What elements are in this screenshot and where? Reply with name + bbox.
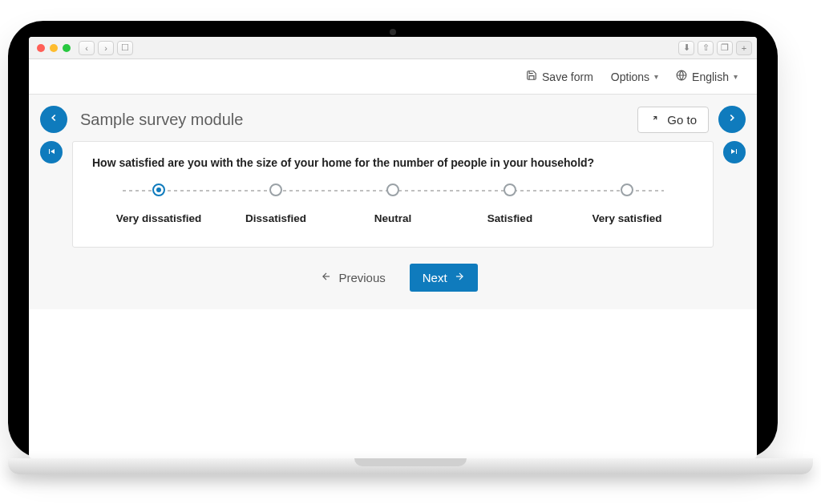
sidebar-toggle[interactable]: ☐ [117, 41, 133, 55]
arrow-right-icon [454, 271, 465, 284]
likert-option-label: Satisfied [487, 212, 532, 224]
survey-title: Sample survey module [77, 111, 628, 129]
tabs-button[interactable]: ❐ [717, 41, 733, 55]
last-page-button[interactable] [723, 141, 746, 163]
forward-button[interactable]: › [98, 41, 114, 55]
save-form-label: Save form [542, 71, 593, 83]
new-tab-button[interactable]: + [736, 41, 752, 55]
screen: ‹ › ☐ ⬇ [29, 37, 757, 458]
chevron-left-icon [48, 112, 59, 127]
radio-icon [269, 183, 282, 196]
survey-area: Sample survey module Go to [29, 95, 757, 309]
close-dot[interactable] [37, 44, 45, 52]
sidebar-icon: ☐ [121, 42, 129, 53]
app-toolbar: Save form Options ▾ English ▾ [29, 59, 757, 95]
chevron-right-icon: › [104, 43, 107, 53]
language-label: English [692, 71, 729, 83]
tabs-icon: ❐ [721, 42, 729, 53]
likert-option-label: Very dissatisfied [116, 212, 202, 224]
radio-icon [386, 183, 399, 196]
globe-icon [676, 70, 687, 83]
goto-button[interactable]: Go to [637, 107, 709, 133]
previous-button[interactable]: Previous [308, 264, 398, 292]
laptop-base [8, 458, 813, 474]
likert-option[interactable]: Very satisfied [568, 183, 686, 224]
skip-forward-icon [730, 147, 739, 159]
likert-option-label: Dissatisfied [245, 212, 306, 224]
minimize-dot[interactable] [50, 44, 58, 52]
likert-option-label: Neutral [374, 212, 412, 224]
traffic-lights [34, 44, 71, 52]
previous-label: Previous [338, 271, 385, 284]
camera-dot [390, 29, 396, 35]
first-page-button[interactable] [40, 141, 63, 163]
save-icon [526, 70, 537, 83]
pager: Previous Next [29, 264, 757, 292]
likert-option[interactable]: Very dissatisfied [100, 183, 217, 224]
goto-label: Go to [667, 113, 697, 127]
options-dropdown[interactable]: Options ▾ [611, 71, 658, 83]
plus-icon: + [742, 43, 746, 53]
arrow-left-icon [321, 271, 332, 284]
prev-page-button[interactable] [40, 106, 67, 133]
save-form-button[interactable]: Save form [526, 70, 593, 83]
next-page-button[interactable] [718, 106, 746, 133]
question-card: How satisfied are you with the size of y… [72, 141, 714, 248]
download-button[interactable]: ⬇ [678, 41, 694, 55]
goto-arrow-icon [649, 113, 661, 127]
laptop-frame: ‹ › ☐ ⬇ [8, 21, 778, 458]
chevron-down-icon: ▾ [734, 72, 738, 81]
chevron-left-icon: ‹ [85, 43, 88, 53]
zoom-dot[interactable] [63, 44, 71, 52]
back-button[interactable]: ‹ [79, 41, 95, 55]
radio-icon [621, 183, 633, 196]
next-label: Next [423, 271, 447, 284]
radio-icon [504, 183, 516, 196]
likert-option-label: Very satisfied [592, 212, 661, 224]
likert-option[interactable]: Neutral [334, 183, 451, 224]
options-label: Options [611, 71, 649, 83]
radio-icon [152, 183, 165, 196]
share-button[interactable]: ⇧ [698, 41, 714, 55]
likert-scale: Very dissatisfiedDissatisfiedNeutralSati… [92, 183, 694, 224]
window-chrome: ‹ › ☐ ⬇ [29, 37, 757, 59]
likert-option[interactable]: Satisfied [451, 183, 568, 224]
language-dropdown[interactable]: English ▾ [676, 70, 738, 83]
share-icon: ⇧ [702, 42, 710, 53]
question-text: How satisfied are you with the size of y… [92, 156, 694, 169]
download-icon: ⬇ [683, 42, 690, 53]
skip-back-icon [47, 147, 56, 159]
likert-option[interactable]: Dissatisfied [217, 183, 334, 224]
trackpad-notch [354, 458, 467, 466]
chevron-right-icon [726, 112, 738, 127]
next-button[interactable]: Next [410, 264, 478, 292]
chevron-down-icon: ▾ [654, 72, 658, 81]
